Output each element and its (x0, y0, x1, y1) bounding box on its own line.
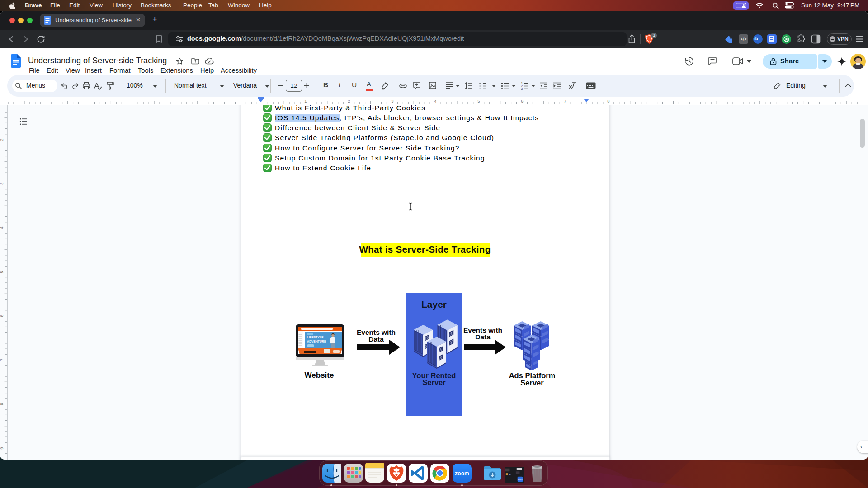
svg-text:2: 2 (348, 99, 350, 103)
svg-text:4: 4 (434, 99, 436, 103)
svg-text:ADVENTURE: ADVENTURE (307, 340, 326, 343)
svg-text:6: 6 (521, 99, 523, 103)
svg-text:3: 3 (391, 99, 393, 103)
svg-text:zoom: zoom (455, 470, 469, 477)
svg-text:8: 8 (607, 99, 609, 103)
svg-text:5: 5 (477, 99, 480, 103)
svg-text:1: 1 (304, 99, 307, 103)
svg-text:zoom: zoom (518, 478, 523, 480)
svg-text:7: 7 (564, 99, 566, 103)
svg-text:LIFESTYLE: LIFESTYLE (307, 336, 324, 339)
svg-text:3: 3 (521, 87, 523, 90)
